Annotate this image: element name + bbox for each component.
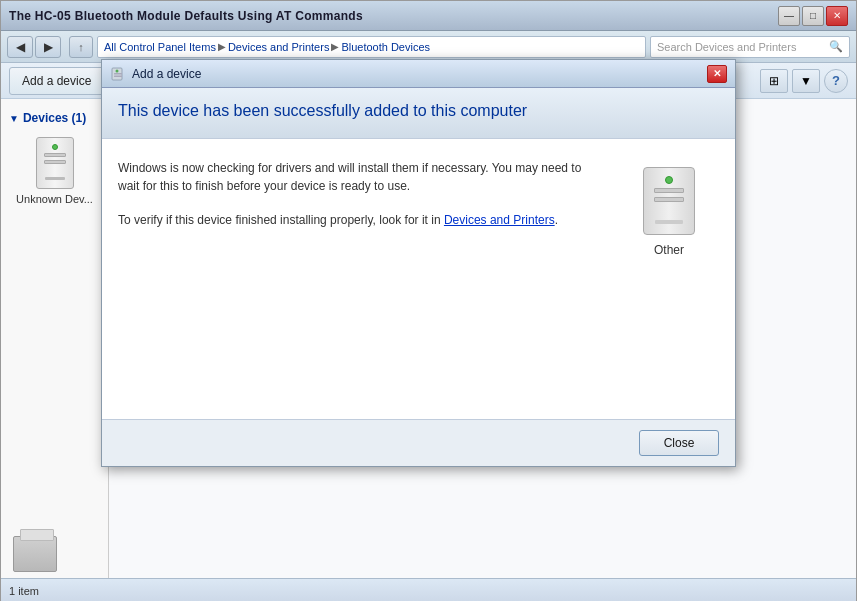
dialog-body: Windows is now checking for drivers and … xyxy=(102,139,735,419)
dialog-title-text: Add a device xyxy=(132,67,201,81)
window-title: The HC-05 Bluetooth Module Defaults Usin… xyxy=(9,9,363,23)
svg-rect-2 xyxy=(114,73,122,75)
view-dropdown-button[interactable]: ▼ xyxy=(792,69,820,93)
other-tower-slot-2 xyxy=(654,197,684,202)
dialog-header-title: This device has been successfully added … xyxy=(118,102,719,120)
back-button[interactable]: ◀ xyxy=(7,36,33,58)
bluetooth-device-icon xyxy=(110,66,126,82)
dialog-title-content: Add a device xyxy=(110,66,201,82)
dialog-secondary-text-part1: To verify if this device finished instal… xyxy=(118,213,444,227)
up-button[interactable]: ↑ xyxy=(69,36,93,58)
breadcrumb-sep-1: ▶ xyxy=(218,41,226,52)
dialog-header: This device has been successfully added … xyxy=(102,88,735,139)
other-tower-slot-1 xyxy=(654,188,684,193)
dialog-text-area: Windows is now checking for drivers and … xyxy=(118,159,603,399)
add-device-button[interactable]: Add a device xyxy=(9,67,104,95)
dialog-close-button[interactable]: Close xyxy=(639,430,719,456)
svg-point-1 xyxy=(116,69,119,72)
tower-slot-2 xyxy=(44,160,66,164)
dialog-footer: Close xyxy=(102,419,735,466)
other-device-icon xyxy=(643,167,695,235)
title-bar: The HC-05 Bluetooth Module Defaults Usin… xyxy=(1,1,856,31)
devices-section-label: Devices (1) xyxy=(23,111,86,125)
breadcrumb[interactable]: All Control Panel Items ▶ Devices and Pr… xyxy=(97,36,646,58)
dialog-secondary-text: To verify if this device finished instal… xyxy=(118,211,603,229)
dialog-main-text: Windows is now checking for drivers and … xyxy=(118,159,603,195)
device-label: Unknown Dev... xyxy=(16,193,93,205)
bottom-device-area xyxy=(13,536,57,572)
search-placeholder: Search Devices and Printers xyxy=(657,41,796,53)
devices-section-header: ▼ Devices (1) xyxy=(5,107,104,131)
breadcrumb-item-3[interactable]: Bluetooth Devices xyxy=(341,41,430,53)
main-window: The HC-05 Bluetooth Module Defaults Usin… xyxy=(0,0,857,601)
status-text: 1 item xyxy=(9,585,39,597)
devices-and-printers-link[interactable]: Devices and Printers xyxy=(444,213,555,227)
breadcrumb-item-2[interactable]: Devices and Printers xyxy=(228,41,330,53)
dialog-device-area: Other xyxy=(619,159,719,399)
other-device-label: Other xyxy=(654,243,684,257)
view-button[interactable]: ⊞ xyxy=(760,69,788,93)
dialog-secondary-text-part2: . xyxy=(555,213,558,227)
search-bar[interactable]: Search Devices and Printers 🔍 xyxy=(650,36,850,58)
tower-slot-1 xyxy=(44,153,66,157)
printer-icon xyxy=(13,536,57,572)
breadcrumb-sep-2: ▶ xyxy=(331,41,339,52)
tower-dot xyxy=(52,144,58,150)
dialog-title-bar: Add a device ✕ xyxy=(102,60,735,88)
maximize-button[interactable]: □ xyxy=(802,6,824,26)
title-bar-controls: — □ ✕ xyxy=(778,6,848,26)
window-close-button[interactable]: ✕ xyxy=(826,6,848,26)
toolbar-right: ⊞ ▼ ? xyxy=(760,69,848,93)
search-icon: 🔍 xyxy=(829,40,843,53)
add-device-dialog: Add a device ✕ This device has been succ… xyxy=(101,59,736,467)
status-bar: 1 item xyxy=(1,578,856,601)
help-button[interactable]: ? xyxy=(824,69,848,93)
device-icon-wrap xyxy=(27,135,83,191)
section-arrow: ▼ xyxy=(9,113,19,124)
tower-icon xyxy=(36,137,74,189)
dialog-close-x-button[interactable]: ✕ xyxy=(707,65,727,83)
unknown-device-item[interactable]: Unknown Dev... xyxy=(5,131,104,209)
breadcrumb-item-1[interactable]: All Control Panel Items xyxy=(104,41,216,53)
forward-button[interactable]: ▶ xyxy=(35,36,61,58)
svg-rect-3 xyxy=(114,75,122,77)
other-tower-dot xyxy=(665,176,673,184)
minimize-button[interactable]: — xyxy=(778,6,800,26)
back-forward-nav: ◀ ▶ xyxy=(7,36,61,58)
left-panel: ▼ Devices (1) Unknown Dev... xyxy=(1,99,109,578)
